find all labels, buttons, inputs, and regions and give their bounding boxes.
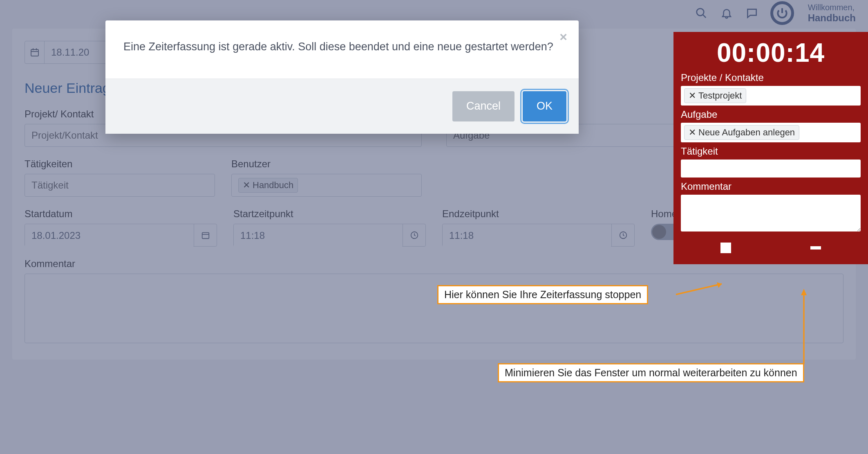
confirm-dialog: × Eine Zeiterfassung ist gerade aktiv. S… [105, 20, 579, 134]
taetigkeiten-label: Tätigkeiten [25, 158, 215, 170]
timer-projekte-label: Projekte / Kontakte [681, 72, 861, 83]
search-icon[interactable] [694, 6, 708, 20]
svg-line-1 [703, 15, 706, 18]
taetigkeiten-input[interactable] [25, 174, 215, 197]
timer-projekte-tag[interactable]: ✕ Testprojekt [684, 88, 746, 103]
welcome-text: Willkommen, Handbuch [808, 3, 856, 24]
startdatum-label: Startdatum [25, 208, 217, 220]
timer-panel: 00:00:14 Projekte / Kontakte ✕ Testproje… [673, 32, 868, 264]
timer-projekte-field[interactable]: ✕ Testprojekt [681, 86, 861, 106]
close-icon[interactable]: ✕ [689, 127, 696, 138]
callout-stop: Hier können Sie Ihre Zeiterfassung stopp… [437, 285, 648, 304]
close-icon[interactable]: ✕ [689, 90, 696, 101]
svg-rect-2 [31, 49, 38, 56]
close-icon[interactable]: × [559, 29, 567, 45]
benutzer-tag[interactable]: ✕ Handbuch [238, 178, 298, 193]
timer-kommentar-label: Kommentar [681, 181, 861, 192]
close-icon[interactable]: ✕ [243, 180, 250, 191]
startzeit-label: Startzeitpunkt [233, 208, 426, 220]
cancel-button[interactable]: Cancel [452, 91, 515, 121]
calendar-icon[interactable] [194, 224, 217, 246]
timer-aufgabe-field[interactable]: ✕ Neue Aufgaben anlegen [681, 123, 861, 142]
clock-icon[interactable] [611, 224, 634, 246]
svg-line-12 [676, 284, 722, 294]
stop-button[interactable] [720, 243, 731, 253]
endzeit-label: Endzeitpunkt [442, 208, 635, 220]
benutzer-tagbox[interactable]: ✕ Handbuch [231, 174, 422, 197]
power-icon[interactable] [770, 1, 794, 25]
timer-taetigkeit-label: Tätigkeit [681, 146, 861, 157]
calendar-icon [25, 41, 45, 63]
dialog-message: Eine Zeiterfassung ist gerade aktiv. Sol… [105, 20, 579, 79]
clock-icon[interactable] [403, 224, 425, 246]
timer-taetigkeit-input[interactable] [681, 160, 861, 178]
timer-aufgabe-tag[interactable]: ✕ Neue Aufgaben anlegen [684, 125, 799, 140]
timer-clock: 00:00:14 [681, 38, 861, 68]
ok-button[interactable]: OK [523, 91, 566, 121]
benutzer-label: Benutzer [231, 158, 422, 170]
minimize-button[interactable] [810, 246, 821, 249]
svg-marker-15 [801, 289, 807, 295]
startdatum-input[interactable] [25, 224, 217, 247]
startzeit-input[interactable] [233, 224, 426, 247]
svg-point-0 [696, 9, 704, 16]
endzeit-input[interactable] [442, 224, 635, 247]
timer-aufgabe-label: Aufgabe [681, 109, 861, 120]
chat-icon[interactable] [745, 6, 759, 20]
svg-rect-8 [202, 233, 209, 239]
callout-minimize: Minimieren Sie das Fenster um normal wei… [498, 363, 804, 382]
timer-kommentar-textarea[interactable] [681, 195, 861, 231]
bell-icon[interactable] [720, 6, 734, 20]
